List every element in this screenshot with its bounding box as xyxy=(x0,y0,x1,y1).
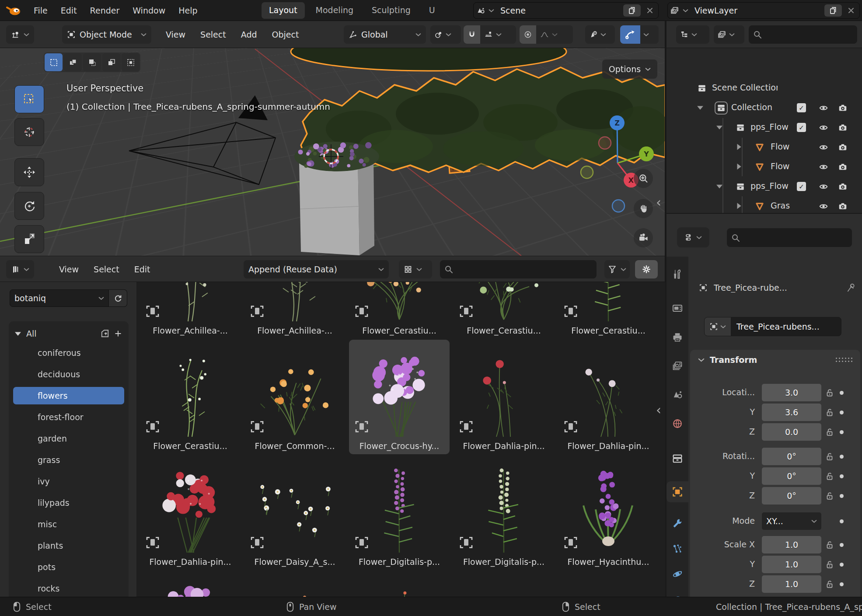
select-mode-intersect[interactable] xyxy=(122,53,140,71)
menu-edit[interactable]: Edit xyxy=(54,2,84,19)
mode-dropdown[interactable]: Object Mode xyxy=(62,25,151,44)
asset-search-input[interactable] xyxy=(440,260,597,278)
asset-settings-button[interactable] xyxy=(635,260,658,278)
catalog-misc[interactable]: misc xyxy=(9,515,129,534)
lock-open-icon[interactable] xyxy=(825,540,834,550)
properties-tab-particles[interactable] xyxy=(667,538,688,559)
asset-tile[interactable] xyxy=(558,571,659,597)
transform-value-field[interactable]: 0° xyxy=(762,448,821,465)
catalog-label[interactable]: garden xyxy=(38,434,67,443)
pivot-point-dropdown[interactable] xyxy=(430,25,461,44)
gizmo-minus-x[interactable] xyxy=(599,137,611,149)
asset-library-dropdown[interactable]: botaniq xyxy=(10,289,109,307)
blender-logo-icon[interactable] xyxy=(6,4,21,17)
catalog-label[interactable]: flowers xyxy=(38,391,68,400)
eye-icon[interactable] xyxy=(819,143,828,152)
scene-name[interactable]: Scene xyxy=(498,6,620,15)
options-button[interactable]: Options xyxy=(602,59,657,79)
menu-render[interactable]: Render xyxy=(84,2,126,19)
menu-file[interactable]: File xyxy=(27,2,54,19)
asset-editor-type-button[interactable] xyxy=(6,260,34,278)
outliner-row-flow[interactable]: Flow xyxy=(667,157,862,177)
snap-toggle-button[interactable] xyxy=(464,25,480,44)
rotation-mode-dropdown[interactable]: XY... xyxy=(762,512,821,530)
scene-new-copy-button[interactable] xyxy=(623,4,641,17)
lock-open-icon[interactable] xyxy=(825,579,834,589)
asset-tile[interactable] xyxy=(244,571,345,597)
catalog-label[interactable]: misc xyxy=(38,519,57,529)
snap-target-dropdown[interactable] xyxy=(480,25,506,44)
workspace-tab-sculpting[interactable]: Sculpting xyxy=(364,2,418,19)
disclosure-right-icon[interactable] xyxy=(736,144,742,150)
lock-open-icon[interactable] xyxy=(825,491,834,501)
asset-tile-flower-daisy-a-s-[interactable]: Flower_Daisy_A_s... xyxy=(244,456,345,570)
pan-button[interactable] xyxy=(634,199,653,218)
outliner-row-scene-collection[interactable]: Scene Collection xyxy=(667,79,862,98)
disclosure-right-icon[interactable] xyxy=(736,164,742,170)
asset-tile-flower-digitalis-p-[interactable]: Flower_Digitalis-p... xyxy=(349,456,450,570)
import-method-dropdown[interactable]: Append (Reuse Data) xyxy=(244,260,389,278)
camera-view-button[interactable] xyxy=(634,228,653,247)
menu-window[interactable]: Window xyxy=(126,2,172,19)
select-mode-invert[interactable] xyxy=(102,53,120,71)
gizmo-minus-z[interactable] xyxy=(612,200,625,212)
transform-value-field[interactable]: 3.0 xyxy=(762,384,821,401)
disclosure-down-icon[interactable] xyxy=(15,331,21,337)
catalog-coniferous[interactable]: coniferous xyxy=(9,343,129,362)
object-name-field[interactable]: Tree_Picea-rubens... xyxy=(731,317,841,336)
transform-orientation-dropdown[interactable]: Global xyxy=(344,25,426,44)
lock-open-icon[interactable] xyxy=(825,388,834,397)
library-refresh-button[interactable] xyxy=(109,289,127,307)
asset-tile[interactable] xyxy=(454,571,554,597)
outliner-item-label[interactable]: pps_Flow xyxy=(750,181,789,191)
animate-dot[interactable] xyxy=(840,411,844,414)
camera-visibility-icon[interactable] xyxy=(838,143,848,152)
catalog-rocks[interactable]: rocks xyxy=(9,579,129,597)
catalog-forest-floor[interactable]: forest-floor xyxy=(9,407,129,427)
select-mode-subtract[interactable] xyxy=(83,53,101,71)
workspace-tab-modeling[interactable]: Modeling xyxy=(308,2,361,19)
catalog-label[interactable]: rocks xyxy=(38,584,59,593)
transform-value-field[interactable]: 1.0 xyxy=(762,556,821,573)
tool-move[interactable] xyxy=(14,158,44,186)
collection-checkbox[interactable]: ✓ xyxy=(797,103,806,112)
workspace-tab-u[interactable]: U xyxy=(422,2,443,19)
asset-menu-edit[interactable]: Edit xyxy=(127,264,158,274)
lock-open-icon[interactable] xyxy=(825,560,834,569)
catalog-label[interactable]: ivy xyxy=(38,477,50,486)
asset-menu-select[interactable]: Select xyxy=(86,264,127,274)
tree-upper-canopy[interactable] xyxy=(291,48,566,71)
properties-tab-view-layer[interactable] xyxy=(667,355,688,376)
transform-panel-header[interactable]: Transform xyxy=(690,350,860,370)
disclosure-down-icon[interactable] xyxy=(716,183,722,189)
catalog-deciduous[interactable]: deciduous xyxy=(9,365,129,384)
animate-dot[interactable] xyxy=(840,543,844,547)
display-mode-dropdown[interactable] xyxy=(399,260,432,278)
asset-tile-flower-dahlia-pin-[interactable]: Flower_Dahlia-pin... xyxy=(140,456,241,570)
tool-rotate[interactable] xyxy=(14,192,44,220)
properties-tab-output[interactable] xyxy=(667,327,688,348)
catalog-plants[interactable]: plants xyxy=(9,536,129,555)
asset-tile-flower-cerastiu-[interactable]: Flower_Cerastiu... xyxy=(454,282,554,339)
properties-tab-modifiers[interactable] xyxy=(667,513,688,534)
asset-tile-flower-hyacinthu-[interactable]: Flower_Hyacinthu... xyxy=(558,456,659,570)
transform-gizmo-toggle[interactable] xyxy=(620,25,640,44)
proportional-editing-toggle[interactable] xyxy=(520,25,536,44)
outliner-item-label[interactable]: Flow xyxy=(771,161,789,171)
catalog-ivy[interactable]: ivy xyxy=(9,472,129,491)
asset-tile-flower-dahlia-pin-[interactable]: Flower_Dahlia-pin... xyxy=(558,340,659,454)
properties-tab-object[interactable] xyxy=(667,481,688,502)
tool-scale[interactable] xyxy=(14,225,44,253)
catalog-label[interactable]: pots xyxy=(38,562,56,572)
camera-visibility-icon[interactable] xyxy=(838,202,848,211)
outliner-search-input[interactable] xyxy=(749,25,857,44)
asset-menu-view[interactable]: View xyxy=(52,264,86,274)
asset-tile-flower-cerastiu-[interactable]: Flower_Cerastiu... xyxy=(349,282,450,339)
catalog-label[interactable]: forest-floor xyxy=(38,412,84,422)
viewport-editor-type-button[interactable] xyxy=(6,25,34,44)
catalog-lilypads[interactable]: lilypads xyxy=(9,493,129,512)
animate-dot[interactable] xyxy=(840,519,844,523)
show-gizmo-dropdown[interactable] xyxy=(585,25,615,44)
disclosure-down-icon[interactable] xyxy=(716,124,722,130)
asset-tile[interactable] xyxy=(140,571,241,597)
